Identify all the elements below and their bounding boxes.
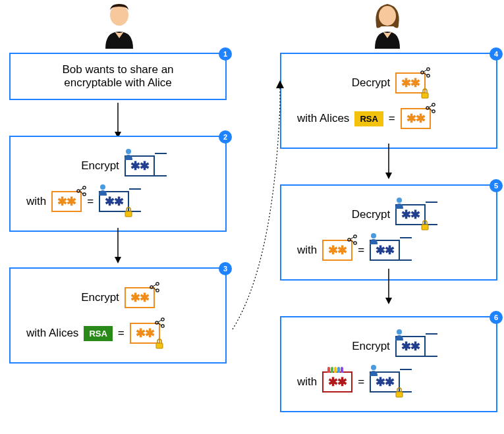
encrypt-label: Encrypt	[352, 340, 390, 353]
svg-point-28	[427, 74, 430, 77]
encrypt-label: Encrypt	[81, 291, 119, 304]
svg-line-19	[153, 288, 156, 290]
svg-point-7	[83, 186, 86, 189]
arrow-down-icon	[113, 103, 123, 138]
svg-line-35	[429, 105, 432, 107]
svg-point-39	[397, 198, 402, 203]
with-alices-label: with Alices	[297, 112, 349, 125]
alice-column: 4 Decrypt ✱✱ with Alices RSA = ✱✱ 5 Decr…	[280, 0, 497, 412]
step-box-5: 5 Decrypt ✱✱ with ✱✱ = ✱✱	[280, 184, 497, 281]
svg-point-50	[371, 365, 376, 370]
share-key-locked-icon: ✱✱	[395, 72, 426, 94]
svg-line-36	[429, 109, 432, 111]
svg-point-6	[77, 190, 80, 192]
with-label: with	[297, 244, 317, 257]
svg-point-34	[432, 110, 435, 113]
encryptable-locked-icon: ✱✱	[370, 371, 400, 393]
svg-point-32	[426, 107, 429, 109]
svg-rect-40	[422, 225, 428, 230]
svg-line-30	[424, 73, 427, 75]
with-alices-label: with Alices	[26, 327, 78, 340]
svg-point-22	[161, 325, 164, 327]
svg-rect-51	[396, 392, 403, 397]
step-number: 4	[490, 47, 503, 61]
step-box-4: 4 Decrypt ✱✱ with Alices RSA = ✱✱	[280, 53, 497, 149]
equals: =	[389, 112, 395, 125]
encryptable-icon: ✱✱	[125, 155, 155, 176]
svg-point-42	[354, 235, 356, 238]
step-number: 5	[490, 179, 503, 192]
bob-column: 1 Bob wants to share an encryptable with…	[9, 0, 227, 364]
svg-point-16	[156, 283, 159, 285]
with-label: with	[26, 195, 46, 208]
password-key-icon: ✱✱	[322, 371, 352, 393]
svg-rect-12	[125, 211, 132, 217]
svg-point-41	[348, 238, 350, 241]
svg-point-17	[156, 289, 159, 292]
share-key-icon: ✱✱	[322, 240, 352, 261]
svg-point-26	[421, 71, 424, 74]
encryptable-locked-icon: ✱✱	[99, 191, 129, 212]
rsa-public-key-icon: RSA	[84, 326, 112, 341]
decrypt-label: Decrypt	[352, 208, 391, 221]
svg-marker-14	[115, 257, 121, 263]
arrow-down-icon	[384, 269, 393, 304]
svg-line-10	[80, 192, 83, 194]
share-key-icon: ✱✱	[125, 287, 155, 308]
svg-point-27	[427, 68, 430, 70]
svg-point-46	[371, 233, 376, 238]
equals: =	[118, 327, 125, 340]
svg-line-29	[424, 70, 427, 72]
equals: =	[358, 375, 364, 389]
decrypt-label: Decrypt	[352, 76, 391, 90]
share-key-locked-icon: ✱✱	[130, 323, 160, 344]
svg-marker-38	[385, 173, 392, 179]
svg-point-11	[100, 184, 105, 190]
equals: =	[87, 195, 94, 208]
rsa-private-key-icon: RSA	[354, 111, 383, 126]
svg-point-15	[150, 286, 153, 288]
step-text: encryptable with Alice	[17, 76, 219, 90]
svg-line-24	[158, 323, 161, 325]
arrow-down-icon	[113, 228, 123, 263]
share-key-icon: ✱✱	[401, 108, 431, 129]
step-text: Bob wants to share an	[17, 63, 219, 76]
svg-rect-25	[156, 343, 163, 348]
with-label: with	[297, 375, 317, 389]
transfer-arrow-icon	[227, 79, 293, 389]
svg-line-9	[80, 188, 83, 190]
equals: =	[358, 244, 364, 257]
encryptable-locked-icon: ✱✱	[395, 204, 426, 225]
share-key-icon: ✱✱	[51, 191, 82, 212]
svg-point-8	[83, 193, 86, 196]
svg-point-33	[432, 103, 435, 106]
svg-line-18	[153, 285, 156, 286]
arrow-down-icon	[384, 144, 393, 179]
svg-point-49	[397, 329, 402, 335]
step-box-1: 1 Bob wants to share an encryptable with…	[9, 53, 227, 100]
svg-point-21	[161, 318, 164, 321]
encryptable-icon: ✱✱	[370, 240, 400, 261]
svg-marker-52	[276, 80, 284, 88]
svg-point-5	[126, 149, 131, 154]
encrypt-label: Encrypt	[81, 159, 119, 173]
step-number: 1	[219, 47, 232, 61]
svg-marker-48	[385, 298, 392, 304]
encryptable-icon: ✱✱	[395, 336, 426, 357]
step-box-6: 6 Encrypt ✱✱ with ✱✱ = ✱✱	[280, 316, 497, 412]
step-box-3: 3 Encrypt ✱✱ with Alices RSA = ✱✱	[9, 267, 227, 364]
step-number: 6	[490, 311, 503, 324]
svg-rect-31	[422, 93, 428, 98]
svg-line-44	[350, 237, 354, 239]
svg-line-45	[350, 240, 354, 242]
svg-point-20	[155, 321, 158, 324]
svg-line-23	[158, 320, 161, 322]
step-box-2: 2 Encrypt ✱✱ with ✱✱ = ✱✱	[9, 136, 227, 232]
svg-point-43	[354, 242, 356, 244]
